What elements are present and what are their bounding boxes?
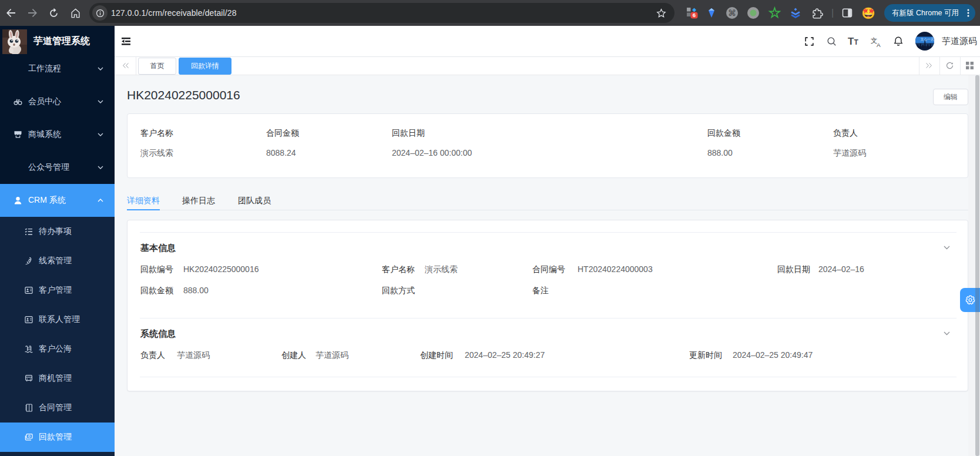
svg-text:文心一言: 文心一言	[921, 37, 934, 42]
svg-text:A: A	[877, 42, 881, 48]
svg-text:⌘: ⌘	[728, 8, 736, 18]
svg-text:6: 6	[693, 12, 696, 18]
